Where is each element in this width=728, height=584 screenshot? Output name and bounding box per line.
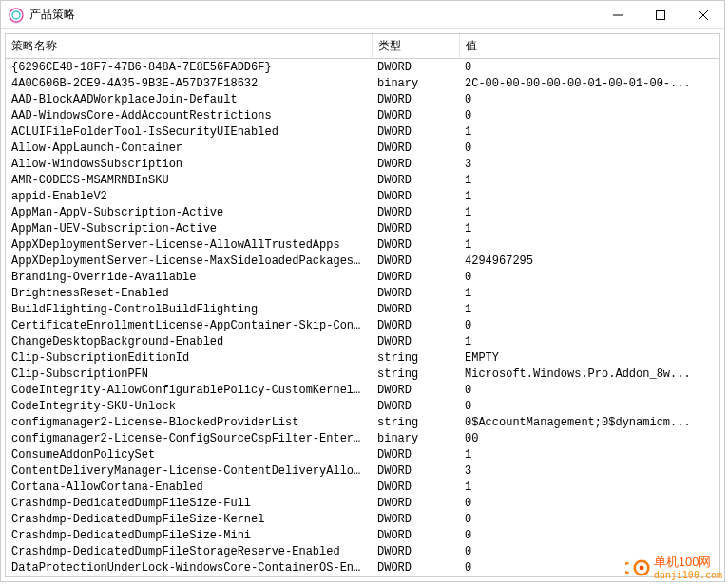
cell-name: ACLUIFileFolderTool-IsSecurityUIEnabled xyxy=(6,123,372,140)
cell-type: binary xyxy=(372,430,459,446)
cell-name: Cortana-AllowCortana-Enabled xyxy=(6,479,372,495)
policy-table-scroll[interactable]: 策略名称 类型 值 {6296CE48-18F7-47B6-848A-7E8E5… xyxy=(6,34,719,576)
cell-type: DWORD xyxy=(372,333,459,349)
cell-name: CodeIntegrity-SKU-Unlock xyxy=(6,398,372,414)
table-row[interactable]: CodeIntegrity-SKU-UnlockDWORD0 xyxy=(6,398,719,414)
cell-value: 0 xyxy=(459,140,719,156)
table-row[interactable]: Crashdmp-DedicatedDumpFileSize-KernelDWO… xyxy=(6,511,719,527)
table-row[interactable]: Cortana-AllowCortana-EnabledDWORD1 xyxy=(6,479,719,495)
table-row[interactable]: Clip-SubscriptionEditionIdstringEMPTY xyxy=(6,349,719,366)
cell-value: 1 xyxy=(459,446,719,462)
col-header-type[interactable]: 类型 xyxy=(372,34,459,59)
table-row[interactable]: appid-EnableV2DWORD1 xyxy=(6,188,719,204)
cell-name: {6296CE48-18F7-47B6-848A-7E8E56FADD6F} xyxy=(6,59,372,76)
cell-type: DWORD xyxy=(372,527,459,543)
table-row[interactable]: CodeIntegrity-AllowConfigurablePolicy-Cu… xyxy=(6,382,719,398)
table-row[interactable]: Allow-AppLaunch-ContainerDWORD0 xyxy=(6,140,719,156)
table-row[interactable]: Crashdmp-DedicatedDumpFileSize-MiniDWORD… xyxy=(6,527,719,543)
cell-name: Clip-SubscriptionPFN xyxy=(6,366,372,382)
table-row[interactable]: BrightnessReset-EnabledDWORD1 xyxy=(6,285,719,301)
table-row[interactable]: DataProtectionUnderLock-WindowsCore-Cont… xyxy=(6,559,719,575)
cell-value: 0 xyxy=(459,59,719,76)
cell-type: DWORD xyxy=(372,495,459,511)
cell-type: DWORD xyxy=(372,511,459,527)
cell-type: DWORD xyxy=(372,253,459,269)
cell-value: 1 xyxy=(459,479,719,495)
table-row[interactable]: AppMan-AppV-Subscription-ActiveDWORD1 xyxy=(6,204,719,220)
table-row[interactable]: ConsumeAddonPolicySetDWORD1 xyxy=(6,446,719,462)
table-row[interactable]: AppMan-UEV-Subscription-ActiveDWORD1 xyxy=(6,220,719,236)
cell-name: DataProtectionUnderLock-WindowsCore-Cont… xyxy=(6,559,372,575)
table-row[interactable]: BuildFlighting-ControlBuildFlightingDWOR… xyxy=(6,301,719,317)
col-header-name[interactable]: 策略名称 xyxy=(6,34,372,59)
table-row[interactable]: AppXDeploymentServer-License-AllowAllTru… xyxy=(6,236,719,253)
cell-name: Branding-Override-Available xyxy=(6,269,372,285)
policy-table: 策略名称 类型 值 {6296CE48-18F7-47B6-848A-7E8E5… xyxy=(6,34,719,575)
cell-value: 1 xyxy=(459,188,719,204)
policy-table-container: 策略名称 类型 值 {6296CE48-18F7-47B6-848A-7E8E5… xyxy=(5,33,720,577)
cell-type: string xyxy=(372,366,459,382)
cell-type: binary xyxy=(372,75,459,91)
table-row[interactable]: AppXDeploymentServer-License-MaxSideload… xyxy=(6,253,719,269)
table-row[interactable]: AMR-CODECS-MSAMRNBInSKUDWORD1 xyxy=(6,172,719,188)
table-row[interactable]: Crashdmp-DedicatedDumpFileStorageReserve… xyxy=(6,543,719,559)
close-button[interactable] xyxy=(681,1,724,28)
cell-type: DWORD xyxy=(372,446,459,462)
table-row[interactable]: Branding-Override-AvailableDWORD0 xyxy=(6,269,719,285)
window-title: 产品策略 xyxy=(29,7,596,23)
cell-value: 0$AccountManagement;0$dynamicm... xyxy=(459,414,719,430)
cell-type: DWORD xyxy=(372,156,459,172)
cell-name: Allow-WindowsSubscription xyxy=(6,156,372,172)
cell-type: DWORD xyxy=(372,317,459,333)
table-row[interactable]: ChangeDesktopBackground-EnabledDWORD1 xyxy=(6,333,719,349)
minimize-button[interactable] xyxy=(596,1,639,28)
cell-value: 1 xyxy=(459,220,719,236)
cell-value: 0 xyxy=(459,269,719,285)
cell-type: DWORD xyxy=(372,543,459,559)
cell-type: DWORD xyxy=(372,479,459,495)
cell-name: Crashdmp-DedicatedDumpFileSize-Full xyxy=(6,495,372,511)
cell-value: 0 xyxy=(459,91,719,107)
table-row[interactable]: ACLUIFileFolderTool-IsSecurityUIEnabledD… xyxy=(6,123,719,140)
cell-name: AppXDeploymentServer-License-MaxSideload… xyxy=(6,253,372,269)
table-row[interactable]: ContentDeliveryManager-License-ContentDe… xyxy=(6,462,719,479)
table-row[interactable]: Allow-WindowsSubscriptionDWORD3 xyxy=(6,156,719,172)
col-header-value[interactable]: 值 xyxy=(459,34,719,59)
cell-type: DWORD xyxy=(372,107,459,123)
cell-type: DWORD xyxy=(372,382,459,398)
titlebar: 产品策略 xyxy=(1,1,724,29)
table-row[interactable]: Crashdmp-DedicatedDumpFileSize-FullDWORD… xyxy=(6,495,719,511)
table-row[interactable]: {6296CE48-18F7-47B6-848A-7E8E56FADD6F}DW… xyxy=(6,59,719,76)
cell-value: 0 xyxy=(459,107,719,123)
cell-value: 0 xyxy=(459,317,719,333)
svg-point-1 xyxy=(12,11,20,19)
cell-name: CertificateEnrollmentLicense-AppContaine… xyxy=(6,317,372,333)
cell-name: ConsumeAddonPolicySet xyxy=(6,446,372,462)
cell-type: DWORD xyxy=(372,269,459,285)
cell-type: string xyxy=(372,349,459,366)
table-row[interactable]: CertificateEnrollmentLicense-AppContaine… xyxy=(6,317,719,333)
cell-name: BrightnessReset-Enabled xyxy=(6,285,372,301)
table-row[interactable]: AAD-WindowsCore-AddAccountRestrictionsDW… xyxy=(6,107,719,123)
cell-type: DWORD xyxy=(372,59,459,76)
table-row[interactable]: configmanager2-License-BlockedProviderLi… xyxy=(6,414,719,430)
cell-type: DWORD xyxy=(372,559,459,575)
cell-name: AppMan-AppV-Subscription-Active xyxy=(6,204,372,220)
cell-type: DWORD xyxy=(372,462,459,479)
maximize-button[interactable] xyxy=(639,1,681,28)
cell-name: ChangeDesktopBackground-Enabled xyxy=(6,333,372,349)
cell-name: AAD-WindowsCore-AddAccountRestrictions xyxy=(6,107,372,123)
cell-name: AAD-BlockAADWorkplaceJoin-Default xyxy=(6,91,372,107)
cell-value: Microsoft.Windows.Pro.Addon_8w... xyxy=(459,366,719,382)
table-row[interactable]: AAD-BlockAADWorkplaceJoin-DefaultDWORD0 xyxy=(6,91,719,107)
table-row[interactable]: Clip-SubscriptionPFNstringMicrosoft.Wind… xyxy=(6,366,719,382)
cell-type: DWORD xyxy=(372,140,459,156)
cell-value: 3 xyxy=(459,462,719,479)
cell-type: DWORD xyxy=(372,285,459,301)
cell-value: 4294967295 xyxy=(459,253,719,269)
cell-name: AppMan-UEV-Subscription-Active xyxy=(6,220,372,236)
svg-point-0 xyxy=(10,9,23,22)
table-row[interactable]: 4A0C606B-2CE9-4A35-9B3E-A57D37F18632bina… xyxy=(6,75,719,91)
table-row[interactable]: configmanager2-License-ConfigSourceCspFi… xyxy=(6,430,719,446)
window: 产品策略 xyxy=(0,0,725,582)
